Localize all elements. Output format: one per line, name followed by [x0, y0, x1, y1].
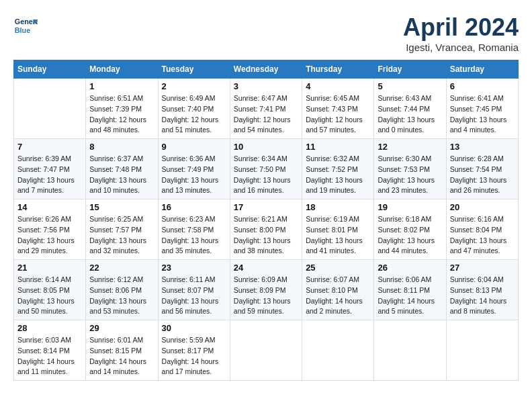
day-of-week-header: Saturday: [446, 60, 518, 79]
day-info: Sunrise: 6:09 AM Sunset: 8:09 PM Dayligh…: [234, 275, 298, 317]
calendar-cell: 1Sunrise: 6:51 AM Sunset: 7:39 PM Daylig…: [86, 79, 158, 139]
day-info: Sunrise: 6:23 AM Sunset: 7:58 PM Dayligh…: [162, 214, 226, 257]
calendar-cell: 8Sunrise: 6:37 AM Sunset: 7:48 PM Daylig…: [86, 139, 158, 199]
calendar-cell: 24Sunrise: 6:09 AM Sunset: 8:09 PM Dayli…: [230, 260, 302, 320]
day-info: Sunrise: 6:07 AM Sunset: 8:10 PM Dayligh…: [306, 275, 370, 317]
day-info: Sunrise: 6:19 AM Sunset: 8:01 PM Dayligh…: [306, 214, 370, 257]
calendar-cell: 19Sunrise: 6:18 AM Sunset: 8:02 PM Dayli…: [374, 199, 446, 260]
calendar-cell: 28Sunrise: 6:03 AM Sunset: 8:14 PM Dayli…: [14, 320, 86, 381]
day-number: 21: [17, 263, 82, 273]
day-info: Sunrise: 6:01 AM Sunset: 8:15 PM Dayligh…: [89, 335, 154, 377]
calendar-week-row: 21Sunrise: 6:14 AM Sunset: 8:05 PM Dayli…: [14, 260, 519, 320]
day-number: 24: [234, 263, 298, 273]
day-info: Sunrise: 6:39 AM Sunset: 7:47 PM Dayligh…: [17, 154, 82, 196]
day-info: Sunrise: 6:51 AM Sunset: 7:39 PM Dayligh…: [89, 93, 154, 136]
calendar-cell: 25Sunrise: 6:07 AM Sunset: 8:10 PM Dayli…: [302, 260, 374, 320]
logo-icon: General Blue: [13, 13, 38, 38]
calendar-cell: 14Sunrise: 6:26 AM Sunset: 7:56 PM Dayli…: [14, 199, 86, 260]
day-number: 7: [17, 142, 82, 152]
calendar-cell: [230, 320, 302, 381]
calendar-table: SundayMondayTuesdayWednesdayThursdayFrid…: [13, 60, 519, 381]
day-info: Sunrise: 6:28 AM Sunset: 7:54 PM Dayligh…: [450, 154, 515, 196]
calendar-cell: 11Sunrise: 6:32 AM Sunset: 7:52 PM Dayli…: [302, 139, 374, 199]
day-number: 14: [17, 202, 82, 212]
calendar-week-row: 28Sunrise: 6:03 AM Sunset: 8:14 PM Dayli…: [14, 320, 519, 381]
day-info: Sunrise: 6:03 AM Sunset: 8:14 PM Dayligh…: [17, 335, 82, 377]
day-number: 22: [89, 263, 154, 273]
calendar-cell: 12Sunrise: 6:30 AM Sunset: 7:53 PM Dayli…: [374, 139, 446, 199]
day-info: Sunrise: 6:21 AM Sunset: 8:00 PM Dayligh…: [234, 214, 298, 257]
day-number: 30: [162, 323, 226, 333]
day-info: Sunrise: 6:36 AM Sunset: 7:49 PM Dayligh…: [162, 154, 226, 196]
day-number: 23: [162, 263, 226, 273]
day-info: Sunrise: 6:41 AM Sunset: 7:45 PM Dayligh…: [450, 93, 515, 136]
location-title: Igesti, Vrancea, Romania: [403, 42, 519, 53]
day-of-week-header: Tuesday: [158, 60, 230, 79]
calendar-week-row: 1Sunrise: 6:51 AM Sunset: 7:39 PM Daylig…: [14, 79, 519, 139]
day-info: Sunrise: 6:16 AM Sunset: 8:04 PM Dayligh…: [450, 214, 515, 257]
calendar-cell: 6Sunrise: 6:41 AM Sunset: 7:45 PM Daylig…: [446, 79, 518, 139]
calendar-cell: 4Sunrise: 6:45 AM Sunset: 7:43 PM Daylig…: [302, 79, 374, 139]
day-info: Sunrise: 6:37 AM Sunset: 7:48 PM Dayligh…: [89, 154, 154, 196]
day-info: Sunrise: 6:45 AM Sunset: 7:43 PM Dayligh…: [306, 93, 370, 136]
calendar-cell: 20Sunrise: 6:16 AM Sunset: 8:04 PM Dayli…: [446, 199, 518, 260]
day-number: 4: [306, 81, 370, 91]
day-number: 15: [89, 202, 154, 212]
day-info: Sunrise: 6:18 AM Sunset: 8:02 PM Dayligh…: [378, 214, 442, 257]
svg-text:Blue: Blue: [15, 26, 30, 34]
day-number: 9: [162, 142, 226, 152]
calendar-week-row: 7Sunrise: 6:39 AM Sunset: 7:47 PM Daylig…: [14, 139, 519, 199]
day-number: 17: [234, 202, 298, 212]
day-of-week-header: Wednesday: [230, 60, 302, 79]
calendar-week-row: 14Sunrise: 6:26 AM Sunset: 7:56 PM Dayli…: [14, 199, 519, 260]
calendar-cell: 7Sunrise: 6:39 AM Sunset: 7:47 PM Daylig…: [14, 139, 86, 199]
day-number: 28: [17, 323, 82, 333]
page-header: General Blue April 2024 Igesti, Vrancea,…: [13, 13, 519, 53]
day-info: Sunrise: 6:04 AM Sunset: 8:13 PM Dayligh…: [450, 275, 515, 317]
calendar-cell: 23Sunrise: 6:11 AM Sunset: 8:07 PM Dayli…: [158, 260, 230, 320]
calendar-cell: 29Sunrise: 6:01 AM Sunset: 8:15 PM Dayli…: [86, 320, 158, 381]
day-number: 11: [306, 142, 370, 152]
title-area: April 2024 Igesti, Vrancea, Romania: [403, 13, 519, 53]
day-number: 8: [89, 142, 154, 152]
day-number: 26: [378, 263, 442, 273]
day-info: Sunrise: 6:26 AM Sunset: 7:56 PM Dayligh…: [17, 214, 82, 257]
calendar-cell: 17Sunrise: 6:21 AM Sunset: 8:00 PM Dayli…: [230, 199, 302, 260]
day-number: 13: [450, 142, 515, 152]
day-info: Sunrise: 6:32 AM Sunset: 7:52 PM Dayligh…: [306, 154, 370, 196]
calendar-cell: 13Sunrise: 6:28 AM Sunset: 7:54 PM Dayli…: [446, 139, 518, 199]
day-number: 29: [89, 323, 154, 333]
day-info: Sunrise: 6:25 AM Sunset: 7:57 PM Dayligh…: [89, 214, 154, 257]
calendar-cell: [446, 320, 518, 381]
day-number: 10: [234, 142, 298, 152]
calendar-cell: [14, 79, 86, 139]
day-info: Sunrise: 6:14 AM Sunset: 8:05 PM Dayligh…: [17, 275, 82, 317]
month-title: April 2024: [403, 13, 519, 42]
day-number: 2: [162, 81, 226, 91]
day-number: 18: [306, 202, 370, 212]
calendar-cell: 9Sunrise: 6:36 AM Sunset: 7:49 PM Daylig…: [158, 139, 230, 199]
day-number: 19: [378, 202, 442, 212]
calendar-cell: 2Sunrise: 6:49 AM Sunset: 7:40 PM Daylig…: [158, 79, 230, 139]
calendar-cell: 10Sunrise: 6:34 AM Sunset: 7:50 PM Dayli…: [230, 139, 302, 199]
day-number: 12: [378, 142, 442, 152]
day-of-week-header: Monday: [86, 60, 158, 79]
day-of-week-header: Friday: [374, 60, 446, 79]
day-of-week-header: Thursday: [302, 60, 374, 79]
calendar-cell: 26Sunrise: 6:06 AM Sunset: 8:11 PM Dayli…: [374, 260, 446, 320]
calendar-cell: 15Sunrise: 6:25 AM Sunset: 7:57 PM Dayli…: [86, 199, 158, 260]
calendar-cell: 18Sunrise: 6:19 AM Sunset: 8:01 PM Dayli…: [302, 199, 374, 260]
day-number: 1: [89, 81, 154, 91]
day-info: Sunrise: 6:11 AM Sunset: 8:07 PM Dayligh…: [162, 275, 226, 317]
calendar-cell: 5Sunrise: 6:43 AM Sunset: 7:44 PM Daylig…: [374, 79, 446, 139]
day-number: 20: [450, 202, 515, 212]
day-info: Sunrise: 6:49 AM Sunset: 7:40 PM Dayligh…: [162, 93, 226, 136]
day-number: 27: [450, 263, 515, 273]
calendar-cell: 16Sunrise: 6:23 AM Sunset: 7:58 PM Dayli…: [158, 199, 230, 260]
day-info: Sunrise: 6:34 AM Sunset: 7:50 PM Dayligh…: [234, 154, 298, 196]
calendar-cell: [374, 320, 446, 381]
day-of-week-header: Sunday: [14, 60, 86, 79]
day-info: Sunrise: 5:59 AM Sunset: 8:17 PM Dayligh…: [162, 335, 226, 377]
calendar-cell: [302, 320, 374, 381]
calendar-cell: 30Sunrise: 5:59 AM Sunset: 8:17 PM Dayli…: [158, 320, 230, 381]
